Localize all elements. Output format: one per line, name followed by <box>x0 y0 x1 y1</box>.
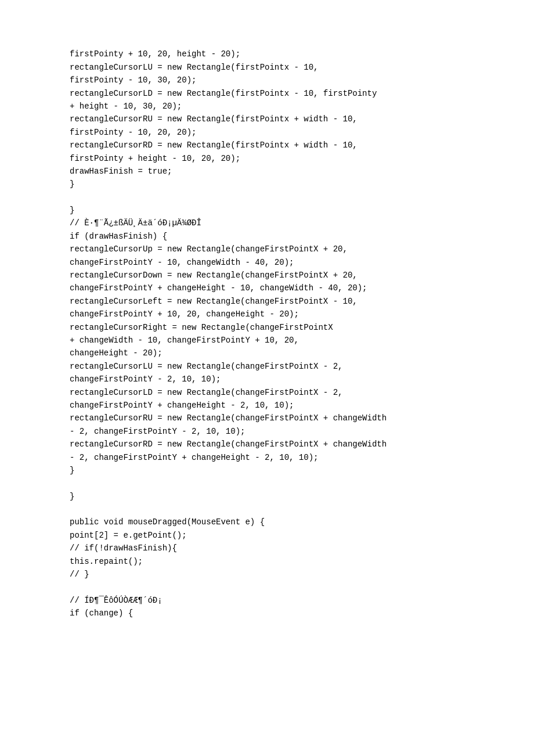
code-line: } <box>70 490 511 503</box>
code-line: firstPointy - 10, 30, 20); <box>70 74 511 87</box>
code-line: + height - 10, 30, 20); <box>70 100 511 113</box>
code-line: firstPointy + height - 10, 20, 20); <box>70 152 511 165</box>
code-line: if (change) { <box>70 607 511 620</box>
code-line: changeFirstPointY + 10, 20, changeHeight… <box>70 308 511 321</box>
code-line <box>70 477 511 489</box>
code-line: // È·¶¨Ã¿±ßÄÜ¸Ä±ä´óÐ¡µÄ¾ØÐÎ <box>70 217 511 229</box>
code-line: rectangleCursorRU = new Rectangle(firstP… <box>70 113 511 125</box>
code-line: - 2, changeFirstPointY + changeHeight - … <box>70 451 511 464</box>
code-line: } <box>70 178 511 190</box>
code-line <box>70 503 511 516</box>
code-line: } <box>70 464 511 477</box>
code-line: rectangleCursorLeft = new Rectangle(chan… <box>70 295 511 308</box>
code-line: rectangleCursorDown = new Rectangle(chan… <box>70 269 511 282</box>
code-line: changeHeight - 20); <box>70 347 511 359</box>
code-editor: firstPointy + 10, 20, height - 20);recta… <box>0 0 534 655</box>
code-line: firstPointy + 10, 20, height - 20); <box>70 48 511 60</box>
code-line: if (drawHasFinish) { <box>70 230 511 243</box>
code-line: changeFirstPointY + changeHeight - 10, c… <box>70 282 511 294</box>
code-line: rectangleCursorLU = new Rectangle(firstP… <box>70 61 511 74</box>
code-line: rectangleCursorRU = new Rectangle(change… <box>70 412 511 424</box>
code-line: rectangleCursorLD = new Rectangle(change… <box>70 386 511 399</box>
code-line: // ÍÐ¶¯ÊôÓÚÒÆÆ¶´óÐ¡ <box>70 594 511 607</box>
code-line: rectangleCursorLU = new Rectangle(change… <box>70 360 511 373</box>
code-line: point[2] = e.getPoint(); <box>70 529 511 542</box>
code-line: rectangleCursorRD = new Rectangle(firstP… <box>70 139 511 152</box>
code-line: rectangleCursorRight = new Rectangle(cha… <box>70 321 511 334</box>
code-line: - 2, changeFirstPointY - 2, 10, 10); <box>70 425 511 438</box>
code-line <box>70 581 511 593</box>
code-line: firstPointy - 10, 20, 20); <box>70 126 511 139</box>
code-line: } <box>70 204 511 217</box>
code-line: changeFirstPointY - 10, changeWidth - 40… <box>70 256 511 269</box>
code-line: rectangleCursorUp = new Rectangle(change… <box>70 243 511 255</box>
code-line: this.repaint(); <box>70 555 511 568</box>
code-line: // } <box>70 568 511 581</box>
code-line: rectangleCursorRD = new Rectangle(change… <box>70 438 511 451</box>
code-line: // if(!drawHasFinish){ <box>70 542 511 555</box>
code-line <box>70 191 511 204</box>
code-line: public void mouseDragged(MouseEvent e) { <box>70 516 511 528</box>
code-line: drawHasFinish = true; <box>70 165 511 178</box>
code-line: + changeWidth - 10, changeFirstPointY + … <box>70 334 511 347</box>
code-line: changeFirstPointY + changeHeight - 2, 10… <box>70 399 511 412</box>
code-line: changeFirstPointY - 2, 10, 10); <box>70 373 511 386</box>
code-line: rectangleCursorLD = new Rectangle(firstP… <box>70 87 511 100</box>
